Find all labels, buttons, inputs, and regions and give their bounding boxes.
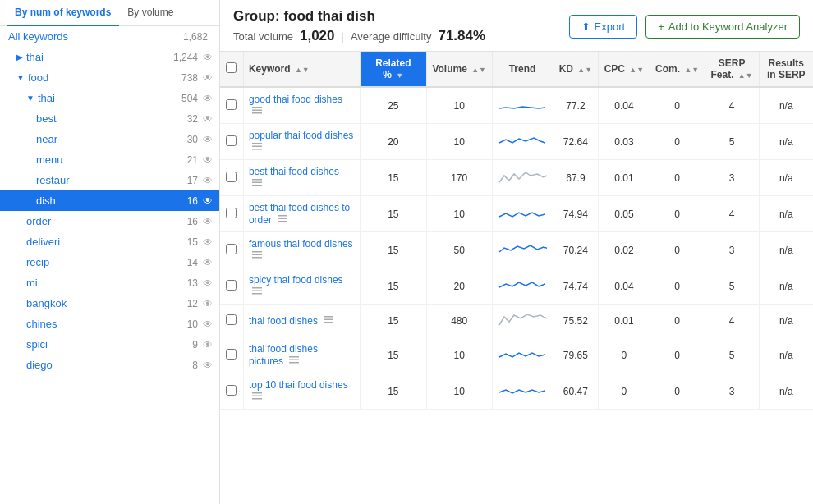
keyword-link[interactable]: thai food dishes [249, 315, 318, 327]
th-kd[interactable]: KD ▲▼ [553, 52, 599, 87]
keyword-menu-icon[interactable] [252, 177, 262, 190]
sidebar-item-restaur[interactable]: restaur 17 👁 [0, 170, 219, 190]
eye-icon[interactable]: 👁 [203, 175, 213, 186]
svg-rect-7 [252, 182, 262, 184]
row-checkbox-cell[interactable] [220, 268, 243, 305]
keyword-link[interactable]: best thai food dishes to order [249, 202, 350, 226]
cpc-cell: 0.05 [599, 196, 650, 232]
results-cell: n/a [759, 124, 813, 160]
eye-icon[interactable]: 👁 [203, 277, 213, 289]
th-com[interactable]: Com. ▲▼ [650, 52, 705, 87]
tab-by-volume[interactable]: By volume [119, 0, 181, 26]
sidebar-item-deliveri[interactable]: deliveri 15 👁 [0, 231, 219, 252]
eye-icon[interactable]: 👁 [203, 113, 213, 125]
sidebar-item-recip[interactable]: recip 14 👁 [0, 252, 219, 273]
sidebar-item-mi[interactable]: mi 13 👁 [0, 273, 219, 293]
row-checkbox-cell[interactable] [220, 232, 243, 268]
eye-icon[interactable]: 👁 [203, 298, 213, 309]
serp-cell: 5 [705, 124, 759, 160]
th-keyword[interactable]: Keyword ▲▼ [243, 52, 360, 87]
th-kd-label: KD [559, 63, 573, 75]
th-results[interactable]: Resultsin SERP [759, 52, 813, 87]
sidebar-item-diego[interactable]: diego 8 👁 [0, 355, 219, 375]
eye-icon[interactable]: 👁 [203, 360, 213, 371]
row-checkbox-cell[interactable] [220, 160, 243, 196]
keyword-link[interactable]: spicy thai food dishes [249, 274, 343, 286]
sidebar-item-best[interactable]: best 32 👁 [0, 108, 219, 129]
keyword-link[interactable]: good thai food dishes [249, 94, 342, 105]
sidebar-item-menu[interactable]: menu 21 👁 [0, 149, 219, 170]
row-checkbox[interactable] [226, 135, 237, 146]
svg-rect-3 [252, 143, 262, 144]
th-trend[interactable]: Trend [492, 52, 553, 87]
eye-icon[interactable]: 👁 [203, 93, 213, 104]
row-checkbox[interactable] [226, 99, 237, 110]
th-select-all[interactable] [220, 52, 243, 87]
eye-icon[interactable]: 👁 [203, 318, 213, 330]
keyword-menu-icon[interactable] [324, 314, 333, 327]
row-checkbox[interactable] [226, 314, 237, 325]
sidebar-item-bangkok[interactable]: bangkok 12 👁 [0, 293, 219, 314]
keyword-menu-icon[interactable] [252, 141, 262, 153]
keyword-link[interactable]: top 10 thai food dishes [249, 379, 348, 391]
row-checkbox-cell[interactable] [220, 373, 243, 410]
sidebar-item-food-thai[interactable]: ▼ thai 504 👁 [0, 88, 219, 108]
keyword-link[interactable]: popular thai food dishes [249, 130, 353, 141]
th-volume[interactable]: Volume ▲▼ [426, 52, 492, 87]
keyword-menu-icon[interactable] [278, 213, 287, 226]
keyword-link[interactable]: thai food dishes pictures [249, 343, 318, 367]
results-cell: n/a [759, 268, 813, 305]
keyword-link[interactable]: best thai food dishes [249, 166, 339, 177]
eye-icon[interactable]: 👁 [203, 339, 213, 351]
keyword-link[interactable]: famous thai food dishes [249, 238, 353, 250]
row-checkbox[interactable] [226, 244, 237, 254]
eye-icon[interactable]: 👁 [203, 195, 213, 207]
row-checkbox[interactable] [226, 208, 237, 218]
trend-cell [492, 373, 553, 410]
eye-icon[interactable]: 👁 [203, 216, 213, 227]
svg-rect-4 [252, 146, 262, 148]
export-button[interactable]: ⬆ Export [569, 15, 638, 39]
select-all-checkbox[interactable] [226, 62, 237, 73]
sidebar-item-thai[interactable]: ▶ thai 1,244 👁 [0, 47, 219, 67]
th-related[interactable]: Related% ▼ [360, 52, 426, 87]
row-checkbox-cell[interactable] [220, 87, 243, 124]
keyword-menu-icon[interactable] [252, 250, 262, 262]
sidebar-item-chines[interactable]: chines 10 👁 [0, 314, 219, 334]
header-right: ⬆ Export + Add to Keyword Analyzer [569, 15, 800, 39]
row-checkbox-cell[interactable] [220, 196, 243, 232]
tab-by-num-keywords[interactable]: By num of keywords [7, 0, 119, 26]
results-cell: n/a [759, 305, 813, 337]
row-checkbox-cell[interactable] [220, 305, 243, 337]
eye-icon[interactable]: 👁 [203, 154, 213, 166]
sidebar-item-near[interactable]: near 30 👁 [0, 129, 219, 149]
keyword-menu-icon[interactable] [252, 105, 262, 117]
eye-icon[interactable]: 👁 [203, 257, 213, 268]
row-checkbox[interactable] [226, 385, 237, 396]
all-keywords-count: 1,682 [183, 31, 208, 43]
row-checkbox[interactable] [226, 349, 237, 360]
row-checkbox-cell[interactable] [220, 337, 243, 373]
sidebar-content: All keywords 1,682 ▶ thai 1,244 👁 ▼ food… [0, 26, 219, 504]
sidebar-item-food[interactable]: ▼ food 738 👁 [0, 67, 219, 88]
add-to-analyzer-button[interactable]: + Add to Keyword Analyzer [645, 15, 800, 39]
th-serp[interactable]: SERPFeat. ▲▼ [705, 52, 759, 87]
eye-icon[interactable]: 👁 [203, 72, 213, 84]
th-cpc[interactable]: CPC ▲▼ [599, 52, 650, 87]
trend-cell [492, 124, 553, 160]
row-checkbox-cell[interactable] [220, 124, 243, 160]
row-checkbox[interactable] [226, 280, 237, 291]
row-checkbox[interactable] [226, 172, 237, 182]
eye-icon[interactable]: 👁 [203, 236, 213, 248]
eye-icon[interactable]: 👁 [203, 52, 213, 63]
sidebar-item-all-keywords[interactable]: All keywords 1,682 [0, 26, 219, 47]
sidebar-item-dish[interactable]: dish 16 👁 [0, 190, 219, 211]
eye-icon[interactable]: 👁 [203, 134, 213, 145]
sidebar-item-order[interactable]: order 16 👁 [0, 211, 219, 231]
sidebar-item-spici[interactable]: spici 9 👁 [0, 334, 219, 355]
th-com-label: Com. [655, 63, 680, 75]
keyword-menu-icon[interactable] [289, 355, 299, 367]
keyword-menu-icon[interactable] [252, 286, 262, 298]
keyword-menu-icon[interactable] [252, 391, 262, 403]
svg-rect-10 [278, 218, 287, 220]
